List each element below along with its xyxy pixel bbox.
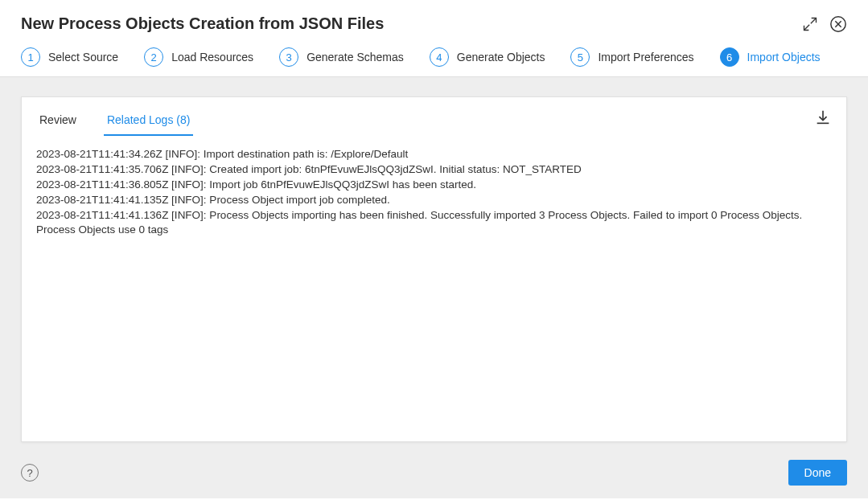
log-line: 2023-08-21T11:41:41.136Z [INFO]: Process…: [36, 208, 832, 239]
step-label: Generate Objects: [457, 51, 545, 64]
done-button[interactable]: Done: [788, 460, 847, 486]
close-icon[interactable]: [829, 15, 847, 33]
wizard-body: Review Related Logs (8) 2023-08-21T11:41…: [0, 77, 868, 452]
step-generate-schemas[interactable]: 3 Generate Schemas: [279, 47, 404, 67]
step-select-source[interactable]: 1 Select Source: [21, 47, 118, 67]
help-button[interactable]: ?: [21, 464, 39, 482]
step-generate-objects[interactable]: 4 Generate Objects: [430, 47, 545, 67]
header-icons: [802, 15, 847, 33]
step-import-preferences[interactable]: 5 Import Preferences: [570, 47, 693, 67]
log-line: 2023-08-21T11:41:41.135Z [INFO]: Process…: [36, 193, 832, 208]
step-number: 4: [430, 47, 449, 67]
log-output: 2023-08-21T11:41:34.26Z [INFO]: Import d…: [36, 136, 832, 238]
log-line: 2023-08-21T11:41:36.805Z [INFO]: Import …: [36, 178, 832, 193]
dialog-title: New Process Objects Creation from JSON F…: [21, 14, 384, 33]
logs-panel: Review Related Logs (8) 2023-08-21T11:41…: [21, 96, 847, 442]
download-icon[interactable]: [814, 109, 832, 129]
step-number: 6: [720, 47, 739, 67]
dialog-footer: ? Done: [0, 452, 868, 498]
step-number: 5: [570, 47, 590, 67]
step-label: Import Objects: [747, 51, 821, 64]
step-load-resources[interactable]: 2 Load Resources: [144, 47, 253, 67]
tab-review[interactable]: Review: [36, 109, 80, 136]
step-label: Generate Schemas: [306, 51, 404, 64]
panel-tabs: Review Related Logs (8): [36, 97, 832, 136]
step-number: 1: [21, 47, 40, 67]
wizard-stepper: 1 Select Source 2 Load Resources 3 Gener…: [0, 43, 868, 77]
step-label: Import Preferences: [598, 51, 693, 64]
step-number: 3: [279, 47, 298, 67]
step-import-objects[interactable]: 6 Import Objects: [720, 47, 821, 67]
tab-related-logs[interactable]: Related Logs (8): [104, 109, 194, 136]
expand-icon[interactable]: [802, 16, 818, 32]
log-line: 2023-08-21T11:41:34.26Z [INFO]: Import d…: [36, 147, 832, 162]
step-label: Load Resources: [171, 51, 253, 64]
step-number: 2: [144, 47, 163, 67]
dialog-header: New Process Objects Creation from JSON F…: [0, 0, 868, 43]
log-line: 2023-08-21T11:41:35.706Z [INFO]: Created…: [36, 162, 832, 178]
step-label: Select Source: [48, 51, 118, 64]
